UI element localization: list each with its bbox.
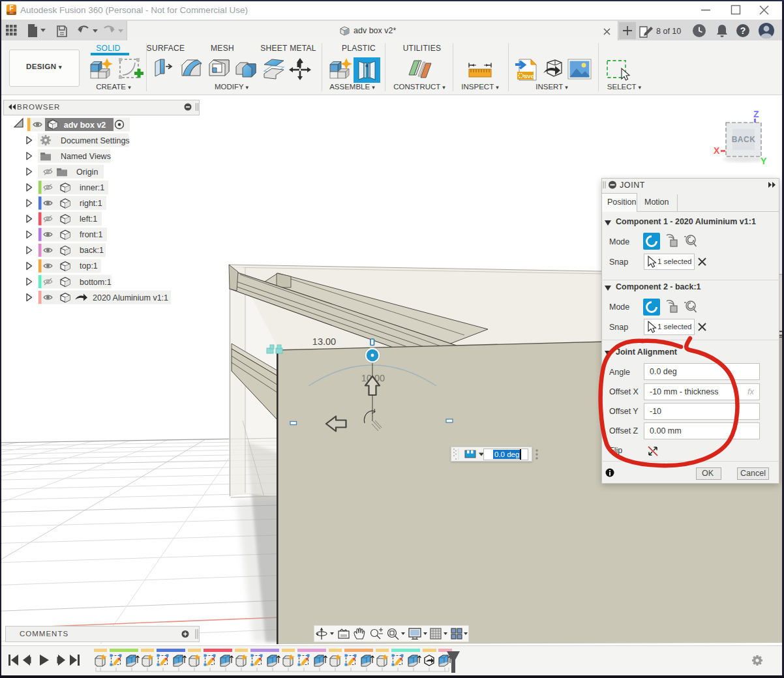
svg-text:Y: Y [761,156,767,166]
svg-text:BACK: BACK [732,135,756,144]
svg-text:Z: Z [753,109,759,119]
svg-text:X: X [714,145,720,156]
